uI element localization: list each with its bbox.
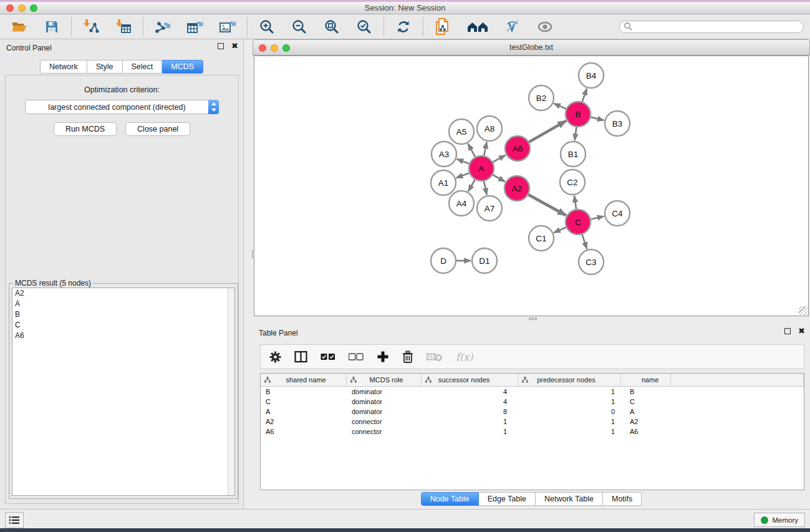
- graph-node-B3[interactable]: B3: [605, 111, 630, 136]
- float-table-panel-icon[interactable]: [784, 328, 791, 334]
- zoom-out-button[interactable]: [290, 17, 309, 36]
- column-header-empty[interactable]: [671, 374, 804, 386]
- graph-edge-C-C4[interactable]: [591, 216, 604, 220]
- tab-select[interactable]: Select: [123, 60, 163, 74]
- export-image-button[interactable]: [218, 17, 237, 36]
- result-item[interactable]: A2: [12, 288, 234, 299]
- column-header-successor-nodes[interactable]: successor nodes: [422, 374, 518, 386]
- graph-edge-C-C2[interactable]: [574, 196, 576, 209]
- table-cell[interactable]: C: [621, 398, 671, 405]
- show-hide-button[interactable]: [536, 17, 554, 36]
- select-spinner-icon[interactable]: [208, 100, 219, 114]
- mcds-result-list[interactable]: A2ABCA6: [12, 288, 235, 496]
- graph-edge-B-B2[interactable]: [554, 104, 566, 109]
- table-cell[interactable]: connector: [347, 428, 422, 435]
- graph-edge-A-A8[interactable]: [484, 142, 486, 156]
- graph-node-C3[interactable]: C3: [579, 249, 604, 274]
- table-cell[interactable]: 8: [422, 408, 518, 415]
- table-cell[interactable]: B: [621, 388, 671, 395]
- tool-panel-toggle-button[interactable]: [5, 512, 24, 528]
- graph-edge-A-A2[interactable]: [493, 175, 505, 181]
- column-header-MCDS-role[interactable]: MCDS role: [347, 374, 422, 386]
- unselect-all-columns-button[interactable]: [349, 353, 364, 360]
- open-session-button[interactable]: [10, 17, 29, 36]
- function-builder-button[interactable]: f(x): [456, 351, 473, 363]
- table-row[interactable]: Cdominator41C: [261, 397, 804, 407]
- table-cell[interactable]: A2: [621, 418, 671, 425]
- table-row[interactable]: Adominator80A: [261, 407, 804, 417]
- graph-edge-B-B4[interactable]: [582, 89, 587, 102]
- result-item[interactable]: A6: [12, 331, 234, 341]
- graph-edge-A-A1[interactable]: [456, 173, 470, 178]
- float-panel-icon[interactable]: [218, 43, 224, 49]
- graph-node-B2[interactable]: B2: [529, 85, 554, 110]
- table-header[interactable]: shared nameMCDS rolesuccessor nodesprede…: [261, 374, 804, 387]
- net-zoom-button[interactable]: [282, 44, 290, 52]
- result-item[interactable]: C: [12, 320, 234, 331]
- graph-node-C1[interactable]: C1: [529, 226, 554, 251]
- splitter-grip-left[interactable]: [252, 250, 254, 258]
- graph-node-B1[interactable]: B1: [561, 142, 586, 167]
- graph-node-C4[interactable]: C4: [605, 201, 630, 226]
- graph-node-D[interactable]: D: [431, 248, 456, 273]
- table-cell[interactable]: 4: [422, 398, 518, 405]
- graph-node-A3[interactable]: A3: [432, 142, 456, 167]
- delete-column-button[interactable]: [402, 351, 413, 364]
- result-scrollbar[interactable]: [228, 288, 234, 495]
- result-item[interactable]: A: [12, 299, 234, 309]
- tab-network[interactable]: Network: [40, 60, 87, 74]
- graph-node-D1[interactable]: D1: [472, 248, 497, 273]
- graph-edge-C-C1[interactable]: [554, 227, 566, 233]
- table-cell[interactable]: 4: [422, 388, 518, 395]
- table-cell[interactable]: A6: [261, 428, 347, 435]
- close-panel-icon[interactable]: ✖: [231, 43, 238, 49]
- table-cell[interactable]: A6: [621, 428, 671, 435]
- tab-mcds[interactable]: MCDS: [162, 60, 203, 74]
- graph-node-A2[interactable]: A2: [504, 176, 529, 201]
- zoom-selected-button[interactable]: [355, 17, 374, 36]
- table-cell[interactable]: 1: [518, 428, 621, 435]
- net-minimize-button[interactable]: [271, 44, 278, 52]
- table-cell[interactable]: A: [621, 408, 671, 415]
- graph-node-A1[interactable]: A1: [431, 170, 456, 195]
- splitter-grip-bottom[interactable]: [529, 317, 537, 320]
- tab-style[interactable]: Style: [87, 60, 123, 74]
- table-cell[interactable]: C: [261, 398, 347, 405]
- table-cell[interactable]: dominator: [347, 398, 422, 405]
- graph-edge-A6-B[interactable]: [529, 121, 566, 142]
- network-window-controls[interactable]: [259, 44, 290, 52]
- tab-node-table[interactable]: Node Table: [421, 492, 479, 506]
- zoom-in-button[interactable]: [258, 17, 276, 36]
- tab-edge-table[interactable]: Edge Table: [479, 492, 536, 506]
- graph-edge-A-A7[interactable]: [484, 181, 486, 195]
- graph-node-C2[interactable]: C2: [560, 170, 585, 195]
- graph-node-A8[interactable]: A8: [477, 116, 502, 141]
- search-field[interactable]: [619, 21, 804, 33]
- graph-edge-A-A6[interactable]: [493, 155, 505, 162]
- table-cell[interactable]: 1: [422, 418, 518, 425]
- table-cell[interactable]: 1: [518, 398, 621, 405]
- table-settings-button[interactable]: [269, 351, 281, 363]
- window-controls[interactable]: [6, 4, 37, 12]
- graph-edge-B-B1[interactable]: [575, 127, 577, 140]
- table-row[interactable]: A2connector11A2: [261, 417, 804, 427]
- graph-node-A[interactable]: A: [469, 156, 494, 181]
- graph-node-C[interactable]: C: [566, 210, 591, 235]
- network-canvas[interactable]: B4B2BB3A8A5A6A3B1AA1C2A2A4A7C4CC1C3DD1: [254, 56, 809, 316]
- table-cell[interactable]: connector: [347, 418, 422, 425]
- column-header-shared-name[interactable]: shared name: [261, 374, 347, 386]
- graph-edge-B-B3[interactable]: [591, 117, 604, 120]
- table-cell[interactable]: A2: [261, 418, 347, 425]
- zoom-fit-button[interactable]: [322, 17, 341, 36]
- home-network-button[interactable]: [466, 17, 489, 36]
- column-header-predecessor-nodes[interactable]: predecessor nodes: [518, 374, 621, 386]
- save-session-button[interactable]: [42, 17, 61, 36]
- tab-network-table[interactable]: Network Table: [536, 492, 603, 506]
- graph-node-A6[interactable]: A6: [505, 136, 530, 161]
- graph-edge-A-A3[interactable]: [457, 159, 470, 164]
- graph-node-B4[interactable]: B4: [579, 63, 604, 88]
- clone-network-button[interactable]: [433, 17, 452, 36]
- window-titlebar[interactable]: Session: New Session: [0, 2, 810, 14]
- close-table-panel-icon[interactable]: ✖: [798, 328, 805, 334]
- table-cell[interactable]: A: [261, 408, 347, 415]
